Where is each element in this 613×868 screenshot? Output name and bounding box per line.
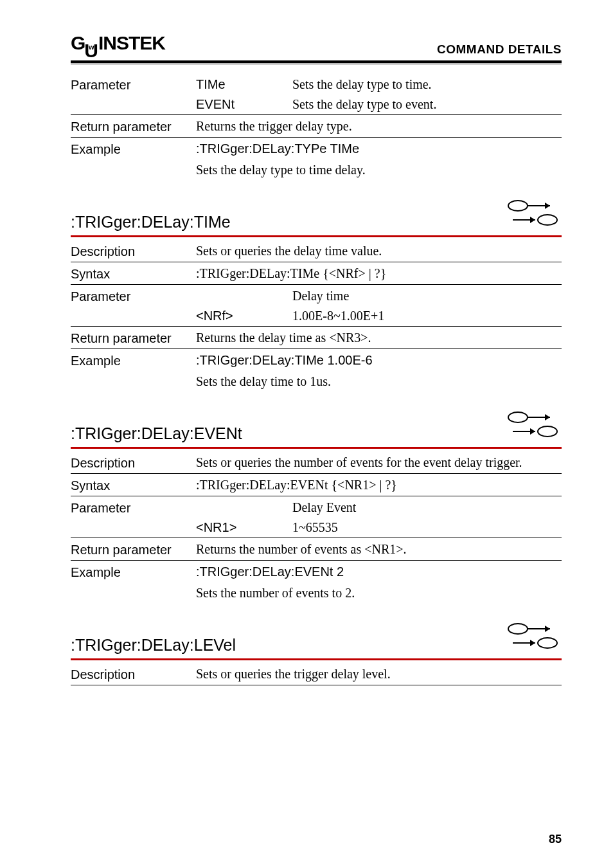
description-text: Sets or queries the number of events for… xyxy=(196,455,562,470)
example-command: :TRIGger:DELay:TYPe TIMe xyxy=(196,141,562,156)
svg-point-7 xyxy=(538,426,557,437)
example-description: Sets the number of events to 2. xyxy=(196,579,562,601)
example-label: Example xyxy=(71,353,196,368)
return-parameter-label: Return parameter xyxy=(71,119,196,134)
syntax-label: Syntax xyxy=(71,478,196,493)
syntax-text: :TRIGger:DELay:TIMe {<NRf> | ?} xyxy=(196,266,562,281)
syntax-text: :TRIGger:DELay:EVENt {<NR1> | ?} xyxy=(196,478,562,493)
example-row: Example :TRIGger:DELay:TIMe 1.00E-6 Sets… xyxy=(71,349,562,392)
return-parameter-row: Return parameter Returns the number of e… xyxy=(71,538,562,561)
param-desc: Sets the delay type to time. xyxy=(292,77,562,92)
description-row: Description Sets or queries the number o… xyxy=(71,451,562,474)
param-name: <NR1> xyxy=(196,520,292,535)
parameter-label: Parameter xyxy=(71,289,196,304)
return-parameter-text: Returns the delay time as <NR3>. xyxy=(196,330,562,345)
section-header-time: :TRIGger:DELay:TIMe xyxy=(71,198,562,237)
return-parameter-row: Return parameter Returns the delay time … xyxy=(71,327,562,349)
svg-point-3 xyxy=(538,215,557,225)
param-desc: Sets the delay type to event. xyxy=(292,97,562,112)
description-label: Description xyxy=(71,455,196,471)
section-title: :TRIGger:DELay:LEVel xyxy=(71,636,236,655)
description-text: Sets or queries the trigger delay level. xyxy=(196,667,562,682)
parameter-label: Parameter xyxy=(71,500,196,516)
example-label: Example xyxy=(71,565,196,580)
example-command: :TRIGger:DELay:EVENt 2 xyxy=(196,565,562,579)
syntax-row: Syntax :TRIGger:DELay:TIMe {<NRf> | ?} xyxy=(71,262,562,285)
brand-logo: GwUINSTEK xyxy=(71,32,165,57)
syntax-row: Syntax :TRIGger:DELay:EVENt {<NR1> | ?} xyxy=(71,474,562,496)
example-row: Example :TRIGger:DELay:EVENt 2 Sets the … xyxy=(71,561,562,603)
example-description: Sets the delay type to time delay. xyxy=(196,156,562,177)
description-label: Description xyxy=(71,667,196,682)
svg-point-11 xyxy=(538,638,557,648)
return-parameter-label: Return parameter xyxy=(71,330,196,346)
example-command: :TRIGger:DELay:TIMe 1.00E-6 xyxy=(196,353,562,368)
description-text: Sets or queries the delay time value. xyxy=(196,244,562,258)
example-row: Example :TRIGger:DELay:TYPe TIMe Sets th… xyxy=(71,138,562,180)
section-header-event: :TRIGger:DELay:EVENt xyxy=(71,410,562,449)
param-name-empty xyxy=(196,500,292,515)
return-parameter-text: Returns the number of events as <NR1>. xyxy=(196,542,562,557)
example-description: Sets the delay time to 1us. xyxy=(196,368,562,389)
section-title: :TRIGger:DELay:EVENt xyxy=(71,424,242,443)
set-query-icon xyxy=(504,621,562,655)
param-name: TIMe xyxy=(196,77,292,92)
param-name: EVENt xyxy=(196,97,292,112)
param-range: 1~65535 xyxy=(292,520,562,535)
return-parameter-text: Returns the trigger delay type. xyxy=(196,119,562,134)
svg-point-8 xyxy=(508,624,528,634)
page-title: COMMAND DETAILS xyxy=(437,42,562,57)
description-row: Description Sets or queries the trigger … xyxy=(71,663,562,685)
description-label: Description xyxy=(71,244,196,259)
section-header-level: :TRIGger:DELay:LEVel xyxy=(71,621,562,660)
svg-point-4 xyxy=(508,412,528,422)
parameter-row: Parameter Delay time <NRf> 1.00E-8~1.00E… xyxy=(71,285,562,327)
param-name: <NRf> xyxy=(196,309,292,323)
set-query-icon xyxy=(504,410,562,443)
section-title: :TRIGger:DELay:TIMe xyxy=(71,213,231,231)
param-desc: Delay time xyxy=(292,289,562,303)
parameter-row: Parameter Delay Event <NR1> 1~65535 xyxy=(71,496,562,538)
parameter-label: Parameter xyxy=(71,77,196,93)
set-query-icon xyxy=(504,198,562,231)
page-number: 85 xyxy=(549,833,562,846)
param-range: 1.00E-8~1.00E+1 xyxy=(292,309,562,323)
page-header: GwUINSTEK COMMAND DETAILS xyxy=(71,32,562,63)
return-parameter-label: Return parameter xyxy=(71,542,196,557)
param-desc: Delay Event xyxy=(292,500,562,515)
param-name-empty xyxy=(196,289,292,303)
svg-point-0 xyxy=(508,201,528,211)
parameter-row: Parameter TIMe Sets the delay type to ti… xyxy=(71,73,562,115)
return-parameter-row: Return parameter Returns the trigger del… xyxy=(71,115,562,138)
description-row: Description Sets or queries the delay ti… xyxy=(71,240,562,262)
syntax-label: Syntax xyxy=(71,266,196,282)
example-label: Example xyxy=(71,141,196,157)
